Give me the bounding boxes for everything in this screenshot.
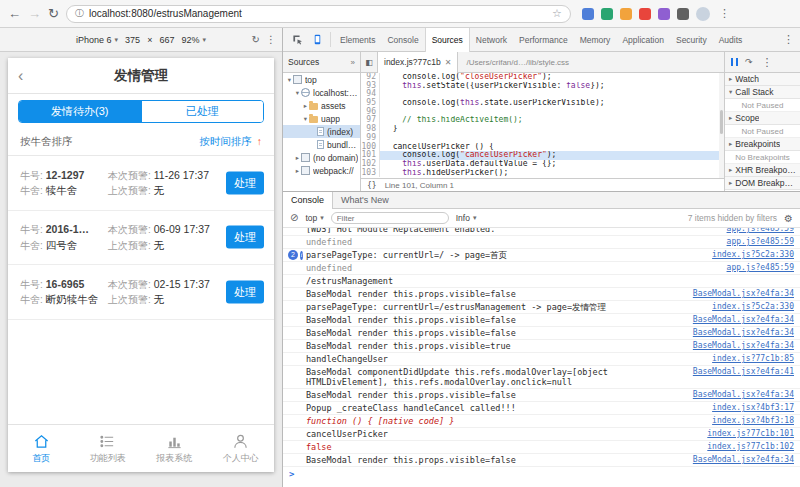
clear-console-icon[interactable]: ⊘ — [290, 213, 298, 223]
tab-whats-new[interactable]: What's New — [333, 192, 397, 209]
overflow-tabs-icon[interactable]: » — [351, 58, 355, 67]
back-chevron-icon[interactable]: ‹ — [18, 68, 23, 84]
scrollbar-thumb[interactable] — [720, 110, 723, 134]
sidebar-section-xhrbreakpoints[interactable]: ▸XHR Breakpoints — [725, 164, 800, 177]
context-select[interactable]: top ▾ — [305, 213, 323, 223]
extension-icon[interactable] — [658, 8, 670, 20]
source-link[interactable]: BaseModal.jsx?e4fa:34 — [685, 390, 794, 400]
pretty-print-icon[interactable]: {} — [367, 181, 377, 190]
devtools-tab-performance[interactable]: Performance — [513, 28, 574, 52]
tab-console[interactable]: Console — [283, 192, 333, 209]
back-icon[interactable]: ← — [8, 7, 21, 20]
reload-icon[interactable]: ↻ — [48, 7, 59, 20]
extension-icon[interactable] — [582, 8, 594, 20]
sidebar-section-breakpoints[interactable]: ▸Breakpoints — [725, 138, 800, 151]
device-width[interactable]: 375 — [125, 35, 140, 45]
inspect-element-icon[interactable] — [287, 34, 307, 45]
device-mode-icon[interactable] — [307, 34, 327, 45]
source-link[interactable]: BaseModal.jsx?e4fa:41 — [685, 367, 794, 377]
profile-avatar[interactable] — [696, 7, 710, 21]
sidebar-section-scope[interactable]: ▸Scope — [725, 112, 800, 125]
devtools-tab-console[interactable]: Console — [381, 28, 424, 52]
debugger-menu-icon[interactable]: ⋮ — [760, 56, 775, 69]
editor-scrollbar[interactable] — [719, 73, 724, 178]
editor-tab-inactive[interactable]: /Users/crifan/d…/lib/style.css — [458, 58, 577, 67]
tree-item-bundlejs[interactable]: bundle.js — [283, 138, 360, 151]
console-prompt[interactable]: > — [283, 467, 800, 481]
devtools-menu-icon[interactable]: ⋮ — [781, 33, 796, 46]
close-tab-icon[interactable]: ✕ — [445, 58, 452, 67]
source-link[interactable]: BaseModal.jsx?e4fa:34 — [685, 341, 794, 351]
handle-button[interactable]: 处理 — [226, 226, 264, 249]
tab-pending[interactable]: 发情待办(3) — [19, 101, 141, 122]
source-link[interactable]: index.jsx?4bf3:17 — [704, 403, 794, 413]
sort-by-barn[interactable]: 按牛舍排序 — [20, 135, 73, 149]
device-toolbar-menu-icon[interactable]: ⋮ — [266, 34, 276, 45]
code-editor[interactable]: 92 console.log("closeUserPicker");93 thi… — [361, 73, 724, 178]
devtools-tab-network[interactable]: Network — [470, 28, 513, 52]
source-link[interactable]: index.js?5c2a:330 — [704, 250, 794, 260]
devtools-tab-audits[interactable]: Audits — [713, 28, 749, 52]
navigator-toggle-icon[interactable]: ◧ — [361, 58, 377, 67]
source-link[interactable]: app.js?e485:59 — [719, 228, 794, 234]
source-link[interactable]: index.js?77c1b:85 — [704, 354, 794, 364]
extension-icon[interactable] — [601, 8, 613, 20]
nav-reports[interactable]: 报表系统 — [141, 425, 208, 472]
extension-icon[interactable] — [620, 8, 632, 20]
tree-item-assets[interactable]: ▸assets — [283, 99, 360, 112]
source-link[interactable]: BaseModal.jsx?e4fa:34 — [685, 455, 794, 465]
source-link[interactable]: BaseModal.jsx?e4fa:34 — [685, 328, 794, 338]
console-settings-icon[interactable]: ⚙ — [784, 213, 793, 224]
tree-item-nodomain[interactable]: ▸(no domain) — [283, 151, 360, 164]
sidebar-section-callstack[interactable]: ▾Call Stack — [725, 86, 800, 99]
sort-by-time[interactable]: 按时间排序 ↑ — [199, 135, 262, 149]
log-level-select[interactable]: Info ▾ — [456, 213, 477, 223]
nav-home[interactable]: 首页 — [8, 425, 75, 472]
sidebar-section-dombreakpoints[interactable]: ▸DOM Breakpoints — [725, 177, 800, 190]
tree-item-top[interactable]: ▾top — [283, 73, 360, 86]
rotate-icon[interactable]: ↻ — [252, 34, 260, 45]
estrus-list-item[interactable]: 牛号:12-1297本次预警:11-26 17:37牛舍:犊牛舍上次预警:无处理 — [8, 156, 274, 211]
chevron-down-icon: ▾ — [202, 36, 206, 44]
tree-item-index[interactable]: (index) — [283, 125, 360, 138]
source-link[interactable]: index.js?77c1b:101 — [699, 429, 794, 439]
handle-button[interactable]: 处理 — [226, 280, 264, 303]
extension-icon[interactable] — [639, 8, 651, 20]
devtools-tab-security[interactable]: Security — [670, 28, 713, 52]
devtools-tab-memory[interactable]: Memory — [574, 28, 617, 52]
tree-item-webpack[interactable]: ▸webpack:// — [283, 164, 360, 177]
device-select[interactable]: iPhone 6 ▾ — [76, 35, 118, 45]
site-info-icon[interactable]: ⓘ — [75, 7, 84, 20]
tab-processed[interactable]: 已处理 — [141, 101, 264, 122]
estrus-list-item[interactable]: 牛号:2016-1…本次预警:06-09 17:37牛舍:四号舍上次预警:无处理 — [8, 211, 274, 266]
devtools-tab-sources[interactable]: Sources — [425, 28, 470, 52]
editor-tab-active[interactable]: index.js?77c1b ✕ — [377, 52, 458, 73]
source-link[interactable]: app.js?e485:59 — [719, 237, 794, 247]
source-link[interactable]: app.js?e485:59 — [719, 263, 794, 273]
source-link[interactable]: index.jsx?4bf3:18 — [704, 416, 794, 426]
nav-functions[interactable]: 功能列表 — [75, 425, 142, 472]
url-bar[interactable]: ⓘ localhost:8080/estrusManagement ☆ — [66, 5, 571, 23]
browser-menu-icon[interactable]: ⋮ — [717, 7, 732, 20]
nav-profile[interactable]: 个人中心 — [208, 425, 275, 472]
zoom-select[interactable]: 92% ▾ — [181, 35, 206, 45]
device-height[interactable]: 667 — [159, 35, 174, 45]
extension-icon[interactable] — [677, 8, 689, 20]
step-over-icon[interactable]: ↷ — [745, 58, 753, 67]
source-link[interactable]: index.js?5c2a:330 — [704, 302, 794, 312]
tree-item-localhost808[interactable]: ▾localhost:808 — [283, 86, 360, 99]
forward-icon[interactable]: → — [28, 7, 41, 20]
devtools-tab-elements[interactable]: Elements — [334, 28, 381, 52]
handle-button[interactable]: 处理 — [226, 171, 264, 194]
tree-item-uapp[interactable]: ▾uapp — [283, 112, 360, 125]
sidebar-section-watch[interactable]: ▸Watch — [725, 73, 800, 86]
source-link[interactable]: BaseModal.jsx?e4fa:34 — [685, 289, 794, 299]
estrus-list-item[interactable]: 牛号:16-6965本次预警:02-15 17:37牛舍:断奶犊牛舍上次预警:无… — [8, 265, 274, 320]
pause-icon[interactable] — [731, 58, 738, 66]
devtools-tab-application[interactable]: Application — [616, 28, 670, 52]
source-link[interactable]: index.js?77c1b:102 — [699, 442, 794, 452]
bookmark-star-icon[interactable]: ☆ — [552, 7, 562, 20]
console-filter-input[interactable] — [331, 212, 449, 224]
navigator-tab-sources[interactable]: Sources — [288, 57, 351, 67]
source-link[interactable]: BaseModal.jsx?e4fa:34 — [685, 315, 794, 325]
